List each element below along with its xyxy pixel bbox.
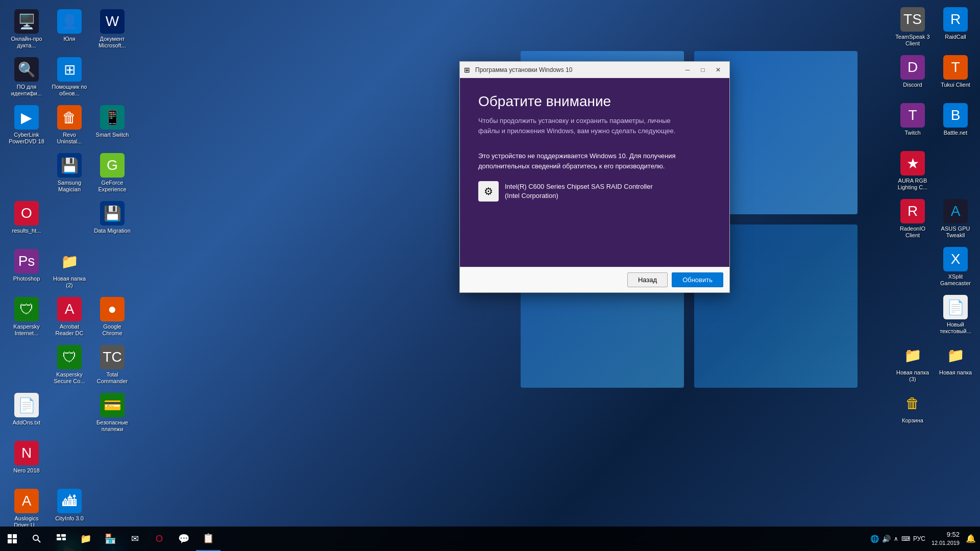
desktop-icon-left-11[interactable]: G GeForce Experience [92, 150, 133, 196]
desktop-icon-left-19[interactable]: A Acrobat Reader DC [49, 294, 90, 340]
icon-image: 📄 [943, 295, 968, 319]
desktop-icon-left-12[interactable]: O results_ht... [6, 198, 47, 244]
desktop-icon-right-9[interactable]: A ASUS GPU Tweakll [935, 196, 976, 242]
device-name: Intel(R) C600 Series Chipset SAS RAID Co… [505, 182, 653, 191]
desktop-icon-left-14[interactable]: 💾 Data Migration [92, 198, 133, 244]
icon-label: Data Migration [94, 228, 131, 234]
icon-label: Юля [64, 36, 76, 42]
desktop-icon-left-6[interactable]: ▶ CyberLink PowerDVD 18 [6, 102, 47, 148]
icon-image: G [100, 153, 125, 178]
icon-image: 💳 [100, 393, 125, 417]
desktop-icon-right-14[interactable]: 📁 Новая папка (3) [892, 340, 933, 386]
mail-taskbar[interactable]: ✉ [122, 527, 147, 551]
taskbar-right: 🌐 🔊 ∧ ⌨ РУС 9:52 12.01.2019 🔔 [870, 530, 980, 547]
opera-taskbar[interactable]: O [147, 527, 172, 551]
store-taskbar[interactable]: 🏪 [98, 527, 122, 551]
icon-image: A [14, 489, 39, 513]
search-button[interactable] [24, 527, 49, 551]
speaker-icon[interactable]: 🔊 [882, 535, 891, 543]
chevron-icon[interactable]: ∧ [894, 535, 898, 542]
desktop-icon-left-30[interactable]: A Auslogics Driver U... [6, 486, 47, 532]
systray: 🌐 🔊 ∧ ⌨ РУС [870, 535, 925, 543]
icon-label: XSplit Gamecaster [937, 273, 974, 287]
icon-label: Total Commander [94, 371, 131, 385]
update-button[interactable]: Обновить [672, 272, 723, 287]
desktop-icon-right-5[interactable]: B Battle.net [935, 100, 976, 146]
desktop-icon-left-31[interactable]: 🏙 CityInfo 3.0 [49, 486, 90, 532]
notifications-icon[interactable]: 🔔 [966, 534, 976, 543]
minimize-button[interactable]: ─ [680, 64, 695, 76]
desktop-icon-left-1[interactable]: 👤 Юля [49, 6, 90, 52]
icon-image: 📁 [57, 249, 82, 273]
desktop-icon-right-11[interactable]: X XSplit Gamecaster [935, 244, 976, 290]
desktop-icon-left-15[interactable]: Ps Photoshop [6, 246, 47, 292]
desktop-icon-left-27[interactable]: N Nero 2018 [6, 438, 47, 484]
icon-image: A [943, 199, 968, 223]
dialog-header-subtitle: Чтобы продолжить установку и сохранить п… [478, 116, 693, 136]
desktop-icon-right-4[interactable]: T Twitch [892, 100, 933, 146]
svg-rect-6 [57, 534, 60, 537]
icon-image: 🗑 [900, 391, 925, 415]
desktop-icon-left-26[interactable]: 💳 Безопасные платежи [92, 390, 133, 436]
icon-image: 🛡 [14, 297, 39, 321]
icon-label: CityInfo 3.0 [55, 515, 84, 522]
icon-image: 🖥️ [14, 9, 39, 34]
chat-taskbar[interactable]: 💬 [172, 527, 196, 551]
desktop-icon-left-3[interactable]: 🔍 ПО для идентифи... [6, 54, 47, 100]
icon-image: W [100, 9, 125, 34]
icon-image: 📁 [900, 343, 925, 367]
icon-image: 👤 [57, 9, 82, 34]
icon-label: Tukui Client [941, 82, 970, 88]
desktop-icon-left-4[interactable]: ⊞ Помощник по обнов... [49, 54, 90, 100]
desktop-icon-left-24[interactable]: 📄 AddOns.txt [6, 390, 47, 436]
svg-rect-2 [8, 539, 12, 543]
desktop-icon-left-22[interactable]: 🛡 Kaspersky Secure Co... [49, 342, 90, 388]
desktop-icon-right-2[interactable]: D Discord [892, 52, 933, 98]
icon-image: TS [900, 7, 925, 32]
desktop-icon-right-1[interactable]: R RaidCall [935, 4, 976, 50]
dialog-content: Обратите внимание Чтобы продолжить устан… [460, 78, 729, 267]
icon-label: Новая папка (3) [894, 369, 931, 383]
back-button[interactable]: Назад [627, 272, 668, 287]
desktop-icon-right-0[interactable]: TS TeamSpeak 3 Client [892, 4, 933, 50]
icon-label: Twitch [904, 130, 920, 136]
svg-rect-8 [57, 538, 61, 540]
icon-label: Новый текстовый... [937, 321, 974, 335]
close-button[interactable]: ✕ [711, 64, 725, 76]
maximize-button[interactable]: □ [696, 64, 710, 76]
desktop-icon-right-8[interactable]: R RadeonIO Client [892, 196, 933, 242]
desktop-icon-left-8[interactable]: 📱 Smart Switch [92, 102, 133, 148]
network-icon[interactable]: 🌐 [870, 535, 879, 543]
desktop-icon-left-23[interactable]: TC Total Commander [92, 342, 133, 388]
svg-line-5 [38, 540, 40, 542]
desktop-icon-right-13[interactable]: 📄 Новый текстовый... [935, 292, 976, 338]
desktop-icon-left-16[interactable]: 📁 Новая папка (2) [49, 246, 90, 292]
desktop-icon-right-6[interactable]: ★ AURA RGB Lighting C... [892, 148, 933, 194]
icon-label: Photoshop [13, 276, 40, 282]
taskbar-left: 📁 🏪 ✉ O 💬 📋 [0, 527, 220, 551]
icon-label: Безопасные платежи [94, 419, 131, 433]
dialog-footer: Назад Обновить [460, 267, 729, 292]
desktop-icon-right-3[interactable]: T Tukui Client [935, 52, 976, 98]
svg-rect-9 [62, 538, 66, 540]
dialog-titlebar: ⊞ Программа установки Windows 10 ─ □ ✕ [460, 62, 729, 78]
taskbar-clock[interactable]: 9:52 12.01.2019 [932, 530, 960, 547]
icon-label: Discord [903, 82, 922, 88]
desktop-icon-left-2[interactable]: W Документ Microsoft... [92, 6, 133, 52]
start-button[interactable] [0, 527, 24, 551]
desktop-icon-right-16[interactable]: 🗑 Корзина [892, 388, 933, 434]
desktop-icon-left-7[interactable]: 🗑 Revo Uninstal... [49, 102, 90, 148]
desktop-icon-right-15[interactable]: 📁 Новая папка [935, 340, 976, 386]
active-taskbar-item[interactable]: 📋 [196, 527, 220, 551]
desktop-icon-left-18[interactable]: 🛡 Kaspersky Internet... [6, 294, 47, 340]
task-view-button[interactable] [49, 527, 74, 551]
file-manager-taskbar[interactable]: 📁 [74, 527, 98, 551]
desktop-icon-left-0[interactable]: 🖥️ Онлайн-про дукта... [6, 6, 47, 52]
taskbar: 📁 🏪 ✉ O 💬 📋 🌐 🔊 ∧ ⌨ [0, 527, 980, 551]
titlebar-controls: ─ □ ✕ [680, 64, 725, 76]
icon-label: RaidCall [945, 34, 966, 40]
desktop-icon-left-20[interactable]: ● Google Chrome [92, 294, 133, 340]
icon-label: AURA RGB Lighting C... [894, 178, 931, 191]
language-label[interactable]: РУС [913, 535, 925, 542]
desktop-icon-left-10[interactable]: 💾 Samsung Magician [49, 150, 90, 196]
